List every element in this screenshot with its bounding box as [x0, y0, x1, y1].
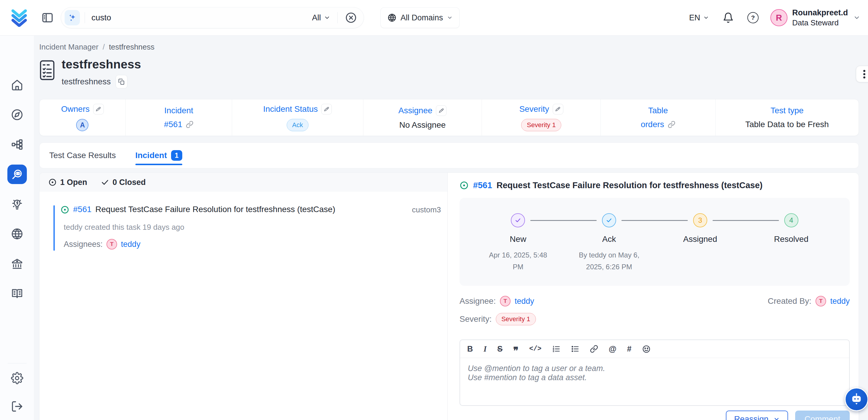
search-divider: [85, 12, 85, 23]
bold-icon[interactable]: B: [467, 344, 473, 353]
compass-icon: [11, 109, 23, 121]
emoji-icon[interactable]: [642, 345, 651, 353]
task-list-item[interactable]: #561 Request TestCase Failure Resolution…: [53, 205, 441, 249]
sidebar-item-lineage[interactable]: [2, 129, 32, 159]
owner-avatar[interactable]: A: [76, 119, 89, 131]
app-logo-icon[interactable]: [10, 8, 28, 27]
summary-test-type: Test type Table Data to be Fresh: [715, 99, 859, 136]
step-number: 3: [693, 213, 707, 228]
sidebar-item-logout[interactable]: [2, 393, 32, 420]
status-badge: Ack: [287, 119, 309, 131]
search-divider: [337, 12, 338, 23]
creator-name-link[interactable]: teddy: [830, 297, 850, 306]
help-icon[interactable]: ?: [747, 12, 758, 23]
task-id-link[interactable]: #561: [73, 205, 91, 214]
blockquote-icon[interactable]: ❞: [513, 348, 519, 354]
language-selector[interactable]: EN: [689, 13, 709, 22]
user-avatar[interactable]: R: [770, 9, 787, 26]
more-actions-button[interactable]: [856, 66, 868, 82]
search-scope-dropdown[interactable]: All: [312, 13, 330, 22]
table-label: Table: [648, 106, 668, 115]
italic-icon[interactable]: I: [484, 344, 487, 353]
closed-count[interactable]: 0 Closed: [101, 178, 146, 187]
chat-bot-button[interactable]: [845, 388, 868, 411]
user-name: Rounakpreet.d: [792, 8, 848, 18]
entity-header: testfreshness testfreshness: [39, 58, 859, 88]
table-link[interactable]: orders: [641, 120, 664, 129]
mention-icon[interactable]: @: [609, 344, 616, 353]
user-menu-chevron-icon[interactable]: [853, 14, 860, 21]
summary-incident: Incident #561: [125, 99, 232, 136]
copy-button[interactable]: [116, 75, 127, 88]
assignee-avatar[interactable]: T: [106, 239, 117, 249]
global-search-bar[interactable]: custo All: [61, 7, 364, 28]
editor-toolbar: B I S ❞ </> @ #: [460, 340, 849, 358]
comment-input[interactable]: Use @mention to tag a user or a team. Us…: [460, 358, 849, 405]
reassign-button[interactable]: Reassign: [726, 411, 788, 420]
sidebar-item-explore[interactable]: [2, 100, 32, 129]
link-icon[interactable]: [186, 121, 193, 128]
edit-severity-button[interactable]: [553, 104, 563, 115]
edit-status-button[interactable]: [321, 104, 332, 115]
sidebar-item-home[interactable]: [2, 70, 32, 100]
entity-subtitle: testfreshness: [62, 77, 111, 86]
comment-button[interactable]: Comment: [795, 411, 850, 420]
clear-search-icon[interactable]: [345, 11, 357, 24]
copy-icon: [118, 79, 125, 85]
book-open-icon: [11, 287, 23, 300]
sidebar-item-insights[interactable]: [2, 189, 32, 219]
chevron-down-icon: [703, 15, 709, 21]
domains-dropdown[interactable]: All Domains: [380, 7, 460, 28]
edit-owners-button[interactable]: [93, 104, 104, 115]
open-count[interactable]: 1 Open: [49, 178, 87, 187]
assignee-name-link[interactable]: teddy: [121, 240, 141, 249]
detail-assignee: Assignee: T teddy: [460, 296, 534, 306]
detail-created-by: Created By: T teddy: [768, 296, 850, 306]
hashtag-icon[interactable]: #: [627, 344, 631, 353]
timeline-step-assigned: 3 Assigned: [655, 213, 746, 273]
sidebar-item-govern[interactable]: [2, 249, 32, 278]
strikethrough-icon[interactable]: S: [497, 344, 503, 353]
step-label: Resolved: [774, 235, 808, 244]
assignee-name-link[interactable]: teddy: [515, 297, 534, 306]
test-type-value: Table Data to be Fresh: [745, 120, 829, 129]
logout-icon: [11, 400, 23, 413]
pencil-icon: [555, 107, 560, 112]
step-check-icon: [511, 213, 525, 228]
edit-assignee-button[interactable]: [436, 105, 446, 116]
task-detail-panel: #561 Request TestCase Failure Resolution…: [448, 173, 859, 420]
breadcrumb-separator: /: [103, 42, 105, 52]
notifications-bell-icon[interactable]: [722, 12, 734, 23]
search-input[interactable]: custo: [91, 13, 312, 22]
detail-task-id-link[interactable]: #561: [473, 181, 492, 190]
bank-icon: [11, 258, 23, 270]
bullet-list-icon[interactable]: [571, 345, 579, 353]
task-list-header: 1 Open 0 Closed: [39, 173, 447, 192]
tab-test-case-results[interactable]: Test Case Results: [49, 143, 116, 168]
breadcrumb-incident-manager[interactable]: Incident Manager: [39, 42, 98, 52]
user-info[interactable]: Rounakpreet.d Data Steward: [792, 8, 848, 28]
sidebar-item-observability[interactable]: [2, 159, 32, 189]
ordered-list-icon[interactable]: [552, 345, 560, 353]
summary-assignee: Assignee No Assignee: [363, 99, 482, 136]
globe-icon: [387, 13, 397, 22]
incident-number-link[interactable]: #561: [164, 120, 182, 129]
creator-avatar[interactable]: T: [815, 296, 826, 306]
user-role: Data Steward: [792, 18, 848, 28]
top-bar: custo All All Domains EN ? R Rounakpreet…: [0, 0, 868, 36]
ai-sparkle-icon[interactable]: [65, 10, 80, 25]
link-icon[interactable]: [668, 121, 675, 128]
sidebar-item-settings[interactable]: [2, 363, 32, 393]
chevron-down-icon: [324, 14, 330, 21]
code-icon[interactable]: </>: [529, 344, 541, 353]
sidebar-item-glossary[interactable]: [2, 278, 32, 308]
link-icon[interactable]: [590, 345, 598, 353]
assignee-avatar[interactable]: T: [500, 296, 510, 306]
tab-incident[interactable]: Incident 1: [135, 143, 182, 168]
sidebar-item-domains[interactable]: [2, 219, 32, 249]
pencil-icon: [324, 107, 329, 112]
sidebar-toggle-icon[interactable]: [41, 11, 54, 24]
robot-icon: [850, 393, 863, 406]
home-icon: [11, 79, 23, 91]
summary-incident-status: Incident Status Ack: [232, 99, 363, 136]
